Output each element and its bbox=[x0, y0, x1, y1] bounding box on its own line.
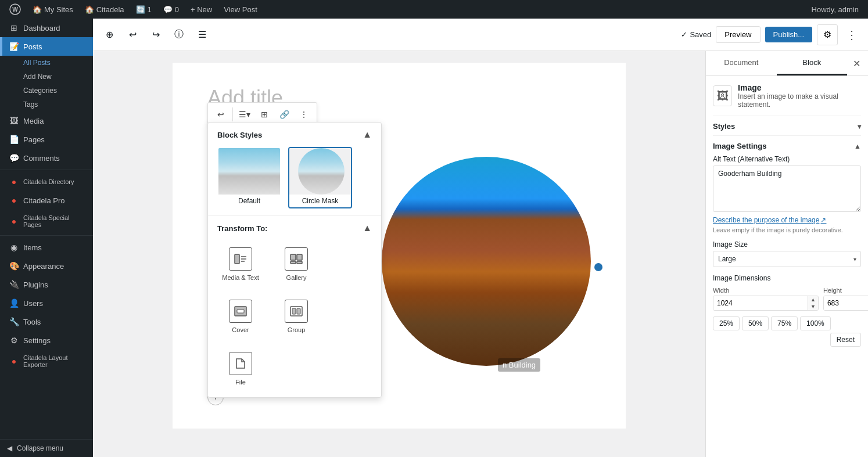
editor-canvas[interactable]: Add title ↩ ☰▾ ⊞ bbox=[93, 51, 705, 457]
new-item[interactable]: + New bbox=[186, 0, 217, 19]
transform-media-text[interactable]: Media & Text bbox=[217, 243, 264, 286]
link-button[interactable]: 🔗 bbox=[275, 105, 293, 124]
citadela-item[interactable]: 🏠 Citadela bbox=[80, 0, 129, 19]
sidebar-posts-submenu: All Posts Add New Categories Tags bbox=[0, 56, 93, 111]
cover-svg bbox=[234, 306, 247, 316]
transform-cover[interactable]: Cover bbox=[217, 295, 264, 338]
transform-file[interactable]: File bbox=[217, 347, 264, 390]
tab-block[interactable]: Block bbox=[777, 51, 848, 75]
redo-button[interactable]: ↪ bbox=[146, 26, 165, 44]
sidebar-item-items[interactable]: ◉ Items bbox=[0, 238, 93, 257]
style-default-option[interactable]: Default bbox=[217, 147, 281, 208]
info-button[interactable]: ⓘ bbox=[170, 26, 188, 44]
panel-tabs: Document Block ✕ bbox=[706, 51, 868, 76]
popup-transform-header: Transform To: ▲ bbox=[217, 223, 372, 233]
preview-button[interactable]: Preview bbox=[716, 26, 760, 43]
sidebar-item-comments[interactable]: 💬 Comments bbox=[0, 149, 93, 167]
sidebar-settings-label: Settings bbox=[23, 336, 51, 345]
howdy-item[interactable]: Howdy, admin bbox=[807, 0, 863, 19]
sidebar-all-posts[interactable]: All Posts bbox=[16, 56, 93, 70]
my-sites-item[interactable]: 🏠 My Sites bbox=[28, 0, 78, 19]
align-button[interactable]: ☰▾ bbox=[235, 105, 254, 124]
users-icon: 👤 bbox=[9, 298, 19, 308]
replace-button[interactable]: ↩ bbox=[211, 105, 230, 124]
alt-text-link-text: Describe the purpose of the image bbox=[713, 216, 819, 224]
crop-icon: ⊞ bbox=[261, 110, 268, 119]
width-increment-button[interactable]: ▲ bbox=[808, 296, 818, 303]
dimensions-row: Width ▲ ▼ Height bbox=[713, 287, 861, 311]
sidebar-item-posts[interactable]: 📝 Posts bbox=[0, 37, 93, 56]
width-decrement-button[interactable]: ▼ bbox=[808, 303, 818, 310]
plugins-icon: 🔌 bbox=[9, 280, 19, 289]
sidebar-users-label: Users bbox=[23, 299, 43, 308]
height-input[interactable] bbox=[824, 296, 868, 310]
popup-block-styles-section: Block Styles ▲ Default bbox=[208, 123, 381, 215]
group-svg bbox=[290, 306, 303, 316]
collapse-icon: ◀ bbox=[7, 444, 12, 452]
file-icon bbox=[229, 352, 252, 375]
styles-section-label: Styles bbox=[713, 122, 735, 131]
sidebar-item-pages[interactable]: 📄 Pages bbox=[0, 130, 93, 149]
sidebar-item-tools[interactable]: 🔧 Tools bbox=[0, 312, 93, 331]
popup-collapse-button[interactable]: ▲ bbox=[363, 129, 372, 140]
sidebar-item-appearance[interactable]: 🎨 Appearance bbox=[0, 257, 93, 275]
undo-button[interactable]: ↩ bbox=[123, 26, 142, 44]
alt-text-input[interactable]: Gooderham Building bbox=[713, 165, 861, 212]
cover-icon bbox=[229, 300, 252, 323]
sidebar-add-new[interactable]: Add New bbox=[16, 70, 93, 84]
updates-item[interactable]: 🔄 1 bbox=[131, 0, 156, 19]
add-block-button[interactable]: ⊕ bbox=[100, 26, 119, 44]
svg-rect-13 bbox=[292, 308, 296, 314]
style-default-label: Default bbox=[218, 195, 280, 207]
wp-logo-item[interactable]: W bbox=[5, 0, 26, 19]
crop-button[interactable]: ⊞ bbox=[255, 105, 274, 124]
percent-25-button[interactable]: 25% bbox=[713, 316, 740, 330]
reset-button[interactable]: Reset bbox=[830, 333, 861, 347]
sidebar-item-dashboard[interactable]: ⊞ Dashboard bbox=[0, 19, 93, 37]
sidebar-item-citadela-directory[interactable]: ● Citadela Directory bbox=[0, 172, 93, 191]
block-icon-box: 🖼 bbox=[713, 85, 732, 106]
sidebar-item-plugins[interactable]: 🔌 Plugins bbox=[0, 275, 93, 294]
more-block-options-button[interactable]: ⋮ bbox=[295, 105, 313, 124]
tab-document[interactable]: Document bbox=[706, 51, 777, 75]
settings-panel-button[interactable]: ⚙ bbox=[817, 24, 838, 45]
width-input[interactable] bbox=[713, 296, 808, 310]
citadela-special-pages-icon: ● bbox=[9, 217, 19, 226]
percent-100-button[interactable]: 100% bbox=[800, 316, 831, 330]
comments-item[interactable]: 💬 0 bbox=[159, 0, 184, 19]
alt-text-label: Alt Text (Alternative Text) bbox=[713, 155, 861, 163]
circle-image bbox=[382, 157, 591, 366]
sidebar-item-media[interactable]: 🖼 Media bbox=[0, 111, 93, 130]
sidebar-item-citadela-layout-exporter[interactable]: ● Citadela Layout Exporter bbox=[0, 350, 93, 373]
percent-75-button[interactable]: 75% bbox=[771, 316, 798, 330]
sidebar-item-settings[interactable]: ⚙ Settings bbox=[0, 331, 93, 350]
resize-handle[interactable] bbox=[594, 263, 602, 271]
collapse-menu-btn[interactable]: ◀ Collapse menu bbox=[0, 439, 93, 457]
sidebar-item-citadela-pro[interactable]: ● Citadela Pro bbox=[0, 191, 93, 210]
percent-50-button[interactable]: 50% bbox=[742, 316, 769, 330]
publish-button[interactable]: Publish... bbox=[765, 27, 812, 42]
media-icon: 🖼 bbox=[9, 116, 19, 125]
sidebar-tags[interactable]: Tags bbox=[16, 98, 93, 111]
popup-transform-collapse-button[interactable]: ▲ bbox=[363, 223, 372, 233]
image-size-select[interactable]: Large bbox=[713, 251, 861, 267]
block-desc: Insert an image to make a visual stateme… bbox=[738, 92, 861, 109]
panel-close-button[interactable]: ✕ bbox=[847, 54, 866, 73]
sidebar-categories[interactable]: Categories bbox=[16, 84, 93, 98]
comments-count: 0 bbox=[175, 5, 179, 14]
panel-content: 🖼 Image Insert an image to make a visual… bbox=[706, 76, 868, 457]
styles-section-header[interactable]: Styles ▾ bbox=[713, 116, 861, 135]
sidebar-layout-exporter-label: Citadela Layout Exporter bbox=[23, 354, 86, 368]
dashboard-icon: ⊞ bbox=[9, 23, 19, 33]
style-circle-mask-option[interactable]: Circle Mask bbox=[288, 147, 352, 208]
view-post-item[interactable]: View Post bbox=[219, 0, 262, 19]
transform-gallery[interactable]: Gallery bbox=[273, 243, 320, 286]
alt-text-link[interactable]: Describe the purpose of the image ↗ bbox=[713, 216, 861, 224]
settings-icon: ⚙ bbox=[9, 336, 19, 345]
list-view-button[interactable]: ☰ bbox=[193, 26, 211, 44]
image-settings-section-header[interactable]: Image Settings ▲ bbox=[713, 135, 861, 155]
transform-group[interactable]: Group bbox=[273, 295, 320, 338]
more-options-button[interactable]: ⋮ bbox=[842, 26, 861, 44]
sidebar-item-citadela-special-pages[interactable]: ● Citadela Special Pages bbox=[0, 210, 93, 233]
sidebar-item-users[interactable]: 👤 Users bbox=[0, 294, 93, 312]
